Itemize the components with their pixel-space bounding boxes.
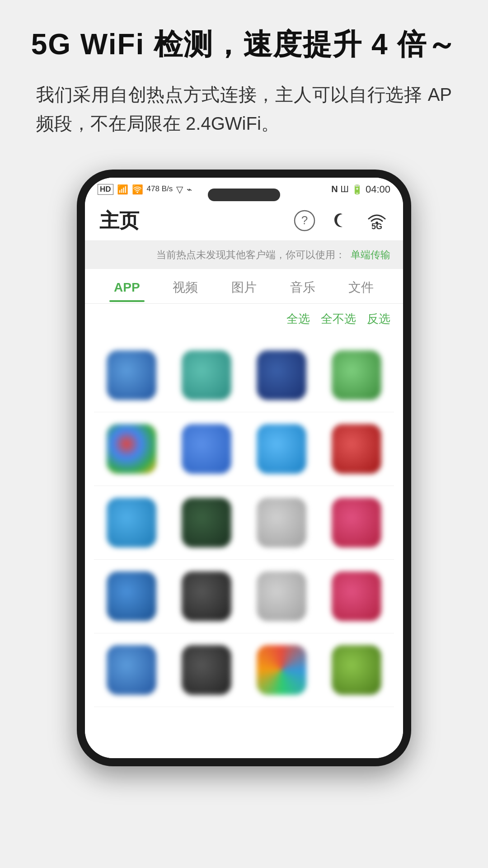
app-icon-dark-green bbox=[182, 498, 231, 547]
app-icon-teal bbox=[182, 350, 231, 400]
app-icon-5-2[interactable] bbox=[177, 641, 236, 699]
app-row-2 bbox=[94, 412, 394, 486]
app-icon-lime bbox=[332, 645, 381, 695]
select-all-btn[interactable]: 全选 bbox=[286, 311, 310, 327]
app-icon-blue bbox=[107, 350, 156, 400]
app-icon-twitter bbox=[107, 498, 156, 547]
help-icon: ? bbox=[294, 210, 315, 231]
phone-mockup: HD 📶 🛜 478 B/s ▽ ⌁ N Ш 🔋 04:00 主页 bbox=[77, 170, 411, 766]
invert-btn[interactable]: 反选 bbox=[367, 311, 390, 327]
app-icon-1-2[interactable] bbox=[177, 346, 236, 405]
5g-label: 5G bbox=[371, 222, 382, 231]
app-icon-2-1[interactable] bbox=[102, 420, 161, 478]
status-left: HD 📶 🛜 478 B/s ▽ ⌁ bbox=[98, 184, 192, 195]
app-icon-2-4[interactable] bbox=[327, 420, 386, 478]
tab-bar: APP 视频 图片 音乐 文件 bbox=[85, 269, 403, 304]
app-icon-4-1[interactable] bbox=[102, 567, 161, 626]
app-icon-google bbox=[107, 424, 156, 474]
wifi-5g-icon: 5G bbox=[367, 211, 387, 231]
tab-photo[interactable]: 图片 bbox=[215, 269, 273, 303]
main-title: 5G WiFi 检测，速度提升 4 倍～ bbox=[27, 27, 461, 62]
app-icon-pink-red bbox=[332, 498, 381, 547]
header-icons: ? 5G bbox=[293, 209, 389, 232]
tab-file[interactable]: 文件 bbox=[332, 269, 390, 303]
tab-video[interactable]: 视频 bbox=[156, 269, 215, 303]
app-icon-gray bbox=[257, 498, 306, 547]
usb-icon: ⌁ bbox=[187, 184, 192, 195]
nfc-icon: N bbox=[331, 184, 338, 194]
notice-link[interactable]: 单端传输 bbox=[351, 248, 390, 262]
speed-indicator: 478 B/s bbox=[147, 185, 173, 193]
app-row-4 bbox=[94, 560, 394, 633]
notice-banner: 当前热点未发现其他客户端，你可以使用： 单端传输 bbox=[85, 241, 403, 269]
app-icon-4-3[interactable] bbox=[252, 567, 311, 626]
app-icon-2-3[interactable] bbox=[252, 420, 311, 478]
app-icon-blue2 bbox=[107, 571, 156, 621]
app-icon-red bbox=[332, 424, 381, 474]
app-row-1 bbox=[94, 339, 394, 412]
app-icon-2-2[interactable] bbox=[177, 420, 236, 478]
app-icon-messages bbox=[257, 424, 306, 474]
app-icon-dark-5 bbox=[182, 645, 231, 695]
header-section: 5G WiFi 检测，速度提升 4 倍～ 我们采用自创热点方式连接，主人可以自行… bbox=[0, 0, 488, 151]
app-icon-4-4[interactable] bbox=[327, 567, 386, 626]
app-icon-light bbox=[257, 571, 306, 621]
signal-bars: 📶 bbox=[117, 184, 128, 195]
app-header: 主页 ? bbox=[85, 201, 403, 241]
navigation-icon: ▽ bbox=[176, 184, 183, 195]
status-right: N Ш 🔋 04:00 bbox=[331, 184, 390, 195]
app-icon-5-3[interactable] bbox=[252, 641, 311, 699]
deselect-all-btn[interactable]: 全不选 bbox=[321, 311, 356, 327]
app-row-3 bbox=[94, 486, 394, 560]
app-icon-blue-5 bbox=[107, 645, 156, 695]
selection-bar: 全选 全不选 反选 bbox=[85, 304, 403, 334]
tab-music[interactable]: 音乐 bbox=[273, 269, 332, 303]
night-mode-button[interactable] bbox=[329, 209, 352, 232]
app-icon-3-2[interactable] bbox=[177, 493, 236, 552]
time-display: 04:00 bbox=[366, 184, 390, 195]
app-icon-multi bbox=[257, 645, 306, 695]
app-icon-1-3[interactable] bbox=[252, 346, 311, 405]
app-icon-rose bbox=[332, 571, 381, 621]
hd-badge: HD bbox=[98, 184, 113, 195]
wifi-5g-button[interactable]: 5G bbox=[365, 209, 389, 232]
svg-text:?: ? bbox=[301, 213, 308, 227]
app-icon-green-light bbox=[332, 350, 381, 400]
phone-screen: HD 📶 🛜 478 B/s ▽ ⌁ N Ш 🔋 04:00 主页 bbox=[85, 178, 403, 758]
wifi-icon: 🛜 bbox=[132, 184, 143, 195]
app-icon-1-4[interactable] bbox=[327, 346, 386, 405]
app-title: 主页 bbox=[99, 208, 139, 234]
app-icon-3-4[interactable] bbox=[327, 493, 386, 552]
notice-text: 当前热点未发现其他客户端，你可以使用： bbox=[156, 248, 345, 262]
app-icon-4-2[interactable] bbox=[177, 567, 236, 626]
moon-icon bbox=[331, 211, 351, 231]
app-icon-3-1[interactable] bbox=[102, 493, 161, 552]
vibrate-icon: Ш bbox=[341, 184, 349, 194]
app-icon-maps bbox=[182, 424, 231, 474]
phone-speaker bbox=[208, 189, 280, 201]
app-icon-5-4[interactable] bbox=[327, 641, 386, 699]
app-icon-5-1[interactable] bbox=[102, 641, 161, 699]
help-button[interactable]: ? bbox=[293, 209, 316, 232]
app-icon-darkgray bbox=[182, 571, 231, 621]
app-icon-3-3[interactable] bbox=[252, 493, 311, 552]
app-icon-darkblue bbox=[257, 350, 306, 400]
app-row-5 bbox=[94, 633, 394, 707]
battery-icon: 🔋 bbox=[352, 184, 363, 195]
sub-text: 我们采用自创热点方式连接，主人可以自行选择 AP 频段，不在局限在 2.4GWi… bbox=[27, 80, 461, 138]
app-icon-1-1[interactable] bbox=[102, 346, 161, 405]
tab-app[interactable]: APP bbox=[98, 270, 156, 302]
app-grid bbox=[85, 334, 403, 758]
